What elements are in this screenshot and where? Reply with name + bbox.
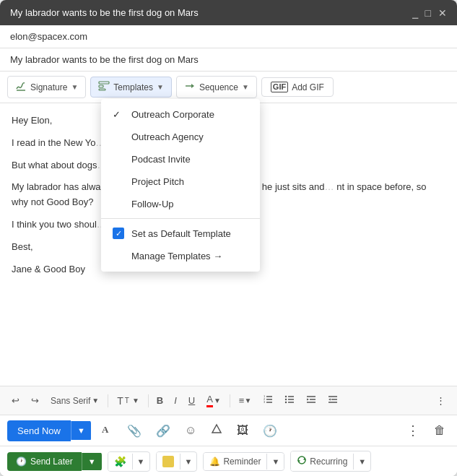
link-button[interactable]: 🔗 bbox=[152, 420, 175, 441]
photo-button[interactable]: 🖼 bbox=[232, 420, 253, 441]
template-podcast-invite[interactable]: ✓ Podcast Invite bbox=[101, 148, 260, 170]
ordered-list-button[interactable]: 123 bbox=[258, 391, 277, 410]
undo-button[interactable]: ↩ bbox=[7, 392, 24, 409]
template-project-pitch[interactable]: ✓ Project Pitch bbox=[101, 170, 260, 193]
font-size-caret-icon: ▼ bbox=[132, 397, 139, 404]
underline-label: U bbox=[188, 395, 195, 406]
unordered-list-button[interactable] bbox=[280, 391, 299, 410]
unordered-list-icon bbox=[284, 394, 295, 407]
clock-button[interactable]: 🕐 bbox=[258, 420, 282, 441]
text-color-button[interactable]: A ▼ bbox=[202, 391, 225, 410]
formatting-button[interactable]: A bbox=[97, 420, 117, 441]
color-swatch-button[interactable] bbox=[157, 452, 180, 471]
manage-templates-item[interactable]: Manage Templates → bbox=[101, 245, 260, 267]
templates-button[interactable]: Templates ▼ bbox=[90, 77, 172, 98]
bold-button[interactable]: B bbox=[153, 393, 167, 408]
attachment-icon: 📎 bbox=[127, 424, 142, 438]
font-family-label: Sans Serif bbox=[51, 396, 90, 406]
template-podcast-invite-label: Podcast Invite bbox=[131, 154, 191, 165]
photo-icon: 🖼 bbox=[237, 424, 248, 437]
link-icon: 🔗 bbox=[156, 424, 170, 438]
puzzle-button[interactable]: 🧩 bbox=[108, 452, 132, 471]
italic-label: I bbox=[174, 395, 177, 406]
signature-button[interactable]: Signature ▼ bbox=[7, 76, 86, 98]
set-default-template-item[interactable]: Set as Default Template bbox=[101, 222, 260, 245]
to-field: elon@spacex.com bbox=[0, 25, 457, 48]
font-size-button[interactable]: T T ▼ bbox=[113, 392, 144, 410]
template-follow-up[interactable]: ✓ Follow-Up bbox=[101, 193, 260, 215]
recurring-icon bbox=[297, 455, 307, 467]
subject-field: My labrador wants to be the first dog on… bbox=[0, 48, 457, 72]
send-later-clock-icon: 🕐 bbox=[16, 456, 27, 467]
reminder-label: Reminder bbox=[223, 456, 261, 467]
recurring-label: Recurring bbox=[310, 456, 347, 467]
more-format-button[interactable]: ⋮ bbox=[432, 392, 450, 409]
send-now-group: Send Now ▼ bbox=[7, 420, 91, 441]
svg-text:3: 3 bbox=[264, 400, 266, 404]
bold-label: B bbox=[157, 395, 163, 406]
compose-window: My labrador wants to be the first dog on… bbox=[0, 0, 457, 476]
recurring-group: Recurring ▼ bbox=[290, 451, 371, 472]
font-family-button[interactable]: Sans Serif ▼ bbox=[46, 393, 103, 409]
attachment-button[interactable]: 📎 bbox=[123, 420, 146, 441]
add-gif-button[interactable]: GIF Add GIF bbox=[261, 77, 334, 97]
signature-label: Signature bbox=[30, 82, 67, 92]
italic-button[interactable]: I bbox=[170, 392, 181, 409]
compose-toolbar: Signature ▼ Templates ▼ bbox=[0, 72, 457, 103]
signature-icon bbox=[15, 80, 27, 94]
align-caret-icon: ▼ bbox=[244, 397, 251, 404]
set-default-label: Set as Default Template bbox=[131, 228, 231, 239]
divider-2 bbox=[148, 394, 149, 407]
puzzle-group: 🧩 ▼ bbox=[108, 451, 150, 472]
check-icon: ✓ bbox=[113, 109, 124, 120]
more-actions-button[interactable]: ⋮ bbox=[402, 420, 424, 441]
recurring-caret-button[interactable]: ▼ bbox=[353, 454, 370, 469]
color-swatch-icon bbox=[162, 456, 174, 467]
align-icon: ≡ bbox=[239, 395, 245, 406]
delete-button[interactable]: 🗑 bbox=[430, 421, 450, 440]
set-default-checkbox[interactable] bbox=[113, 228, 124, 239]
action-bar: Send Now ▼ A 📎 🔗 ☺ bbox=[0, 415, 457, 446]
minimize-button[interactable]: ⎯ bbox=[412, 8, 418, 18]
clock-icon: 🕐 bbox=[263, 424, 277, 438]
underline-button[interactable]: U bbox=[184, 392, 199, 409]
puzzle-icon: 🧩 bbox=[114, 456, 126, 467]
maximize-button[interactable]: □ bbox=[425, 8, 431, 18]
template-outreach-agency[interactable]: ✓ Outreach Agency bbox=[101, 126, 260, 148]
puzzle-caret-button[interactable]: ▼ bbox=[132, 454, 149, 469]
redo-button[interactable]: ↪ bbox=[27, 392, 43, 409]
send-now-caret-button[interactable]: ▼ bbox=[71, 421, 91, 440]
send-later-caret-button[interactable]: ▼ bbox=[82, 453, 102, 470]
svg-rect-1 bbox=[99, 82, 109, 84]
drive-button[interactable] bbox=[206, 420, 227, 441]
outdent-button[interactable] bbox=[323, 391, 342, 410]
reminder-bell-icon: 🔔 bbox=[209, 456, 220, 467]
send-now-button[interactable]: Send Now bbox=[7, 420, 71, 441]
font-size-small-icon: T bbox=[125, 397, 129, 404]
close-button[interactable]: ✕ bbox=[438, 8, 447, 18]
templates-label: Templates bbox=[113, 82, 153, 92]
ordered-list-icon: 123 bbox=[263, 394, 273, 407]
template-outreach-corporate[interactable]: ✓ Outreach Corporate bbox=[101, 103, 260, 126]
indent-button[interactable] bbox=[302, 391, 321, 410]
emoji-button[interactable]: ☺ bbox=[180, 420, 201, 441]
send-later-button[interactable]: 🕐 Send Later bbox=[7, 452, 82, 471]
send-later-label: Send Later bbox=[30, 456, 73, 467]
align-button[interactable]: ≡ ▼ bbox=[235, 392, 256, 409]
svg-marker-25 bbox=[328, 399, 331, 401]
svg-rect-3 bbox=[99, 89, 105, 90]
window-controls: ⎯ □ ✕ bbox=[412, 8, 447, 18]
color-caret-button[interactable]: ▼ bbox=[180, 454, 197, 469]
reminder-button[interactable]: 🔔 Reminder bbox=[204, 453, 266, 470]
indent-icon bbox=[306, 394, 316, 407]
emoji-icon: ☺ bbox=[185, 424, 196, 437]
sequence-button[interactable]: Sequence ▼ bbox=[176, 76, 257, 98]
template-follow-up-label: Follow-Up bbox=[131, 199, 174, 209]
svg-point-17 bbox=[285, 402, 287, 403]
svg-marker-5 bbox=[191, 84, 194, 88]
recurring-button[interactable]: Recurring bbox=[291, 451, 353, 471]
templates-icon bbox=[98, 81, 110, 93]
reminder-caret-button[interactable]: ▼ bbox=[266, 454, 284, 469]
drive-icon bbox=[211, 423, 222, 438]
dropdown-divider bbox=[101, 218, 260, 219]
